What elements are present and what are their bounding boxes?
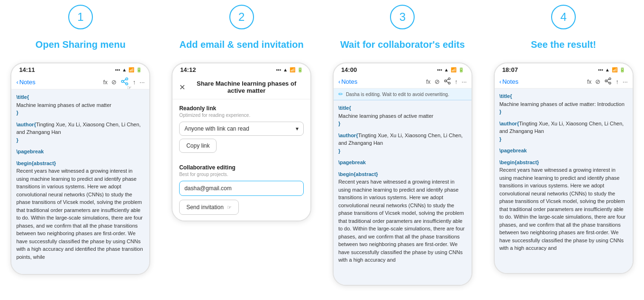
share-dialog-title: Share Machine learning phases of active … <box>189 80 304 94</box>
pencil-icon: ✏ <box>338 91 343 97</box>
link-permission-dropdown[interactable]: Anyone with link can read ▾ <box>179 122 304 136</box>
status-icons-2: ▪▪▪ ▲ 📶 🔋 <box>276 67 303 72</box>
toolbar-4: ‹ Notes fx ⊘ ↑ ··· <box>495 75 633 88</box>
share-dialog: ✕ Share Machine learning phases of activ… <box>172 75 310 221</box>
step-4: 4 See the result! 18:07 ▪▪▪ ▲ 📶 🔋 ‹ Note… <box>483 0 644 300</box>
time-4: 18:07 <box>502 66 518 73</box>
svg-line-13 <box>607 81 609 83</box>
send-invitation-button[interactable]: Send invitation ☞ <box>179 200 239 215</box>
step-3-number: 3 <box>390 5 415 29</box>
step-3-title: Wait for collaborator's edits <box>340 32 465 57</box>
step-4-phone: 18:07 ▪▪▪ ▲ 📶 🔋 ‹ Notes fx ⊘ <box>494 62 634 274</box>
share-dialog-body: Readonly link Optimized for reading expe… <box>172 99 310 221</box>
toolbar-3: ‹ Notes fx ⊘ ↑ ··· <box>334 75 472 88</box>
status-icons-1: ▪▪▪ ▲ 📶 🔋 <box>115 67 142 72</box>
svg-line-3 <box>123 82 126 83</box>
email-input[interactable] <box>179 181 304 196</box>
collab-label: Collaborative editing <box>179 164 304 171</box>
copy-link-button[interactable]: Copy link <box>179 139 217 153</box>
back-btn-4[interactable]: ‹ Notes <box>499 78 518 85</box>
time-2: 14:12 <box>180 66 196 73</box>
step-4-title: See the result! <box>531 32 596 57</box>
svg-line-4 <box>123 79 126 81</box>
editor-content-3: \title{ Machine learning phases of activ… <box>334 100 472 285</box>
step-2: 2 Add email & send invitation 14:12 ▪▪▪ … <box>161 0 322 300</box>
cursor-icon: ☞ <box>227 204 232 211</box>
time-3: 14:00 <box>341 66 357 73</box>
step-2-number: 2 <box>229 5 254 29</box>
step-1-number: 1 <box>68 5 93 29</box>
share-dialog-header: ✕ Share Machine learning phases of activ… <box>172 75 310 99</box>
status-bar-4: 18:07 ▪▪▪ ▲ 📶 🔋 <box>495 63 633 75</box>
step-1: 1 Open Sharing menu 14:11 ▪▪▪ ▲ 📶 🔋 ‹ No… <box>0 0 161 300</box>
status-icons-3: ▪▪▪ ▲ 📶 🔋 <box>437 67 464 72</box>
editing-banner: ✏ Dasha is editing. Wait to edit to avoi… <box>334 88 472 100</box>
step-1-title: Open Sharing menu <box>36 32 126 57</box>
back-btn-1[interactable]: ‹ Notes <box>16 79 35 86</box>
step-3: 3 Wait for collaborator's edits 14:00 ▪▪… <box>322 0 483 300</box>
toolbar-icons-1: fx ⊘ ☞ ↑ ··· <box>103 77 145 87</box>
readonly-label: Readonly link <box>179 105 304 112</box>
time-1: 14:11 <box>19 66 35 73</box>
toolbar-icons-4: fx ⊘ ↑ ··· <box>587 77 628 86</box>
back-btn-3[interactable]: ‹ Notes <box>338 78 357 85</box>
status-icons-4: ▪▪▪ ▲ 📶 🔋 <box>598 67 625 72</box>
toolbar-icons-3: fx ⊘ ↑ ··· <box>426 77 467 86</box>
step-3-phone: 14:00 ▪▪▪ ▲ 📶 🔋 ‹ Notes fx ⊘ <box>333 62 472 286</box>
status-bar-2: 14:12 ▪▪▪ ▲ 📶 🔋 <box>172 63 310 75</box>
step-2-title: Add email & send invitation <box>179 32 303 57</box>
step-4-number: 4 <box>551 5 576 29</box>
status-bar-3: 14:00 ▪▪▪ ▲ 📶 🔋 <box>334 63 472 75</box>
step-1-phone: 14:11 ▪▪▪ ▲ 📶 🔋 ‹ Notes fx ⊘ <box>10 62 150 275</box>
step-2-phone: 14:12 ▪▪▪ ▲ 📶 🔋 ✕ Share Machine learning… <box>172 62 311 221</box>
toolbar-1: ‹ Notes fx ⊘ ☞ ↑ ··· <box>11 75 149 89</box>
editor-content-1: \title{ Machine learning phases of activ… <box>11 89 149 274</box>
collab-sub: Best for group projects. <box>179 172 304 177</box>
svg-line-9 <box>446 79 448 80</box>
status-bar-1: 14:11 ▪▪▪ ▲ 📶 🔋 <box>11 63 149 75</box>
editor-content-4: \title{ Machine learning phases of activ… <box>495 88 633 273</box>
readonly-sub: Optimized for reading experience. <box>179 113 304 118</box>
svg-line-8 <box>446 81 448 83</box>
svg-line-14 <box>607 79 609 80</box>
